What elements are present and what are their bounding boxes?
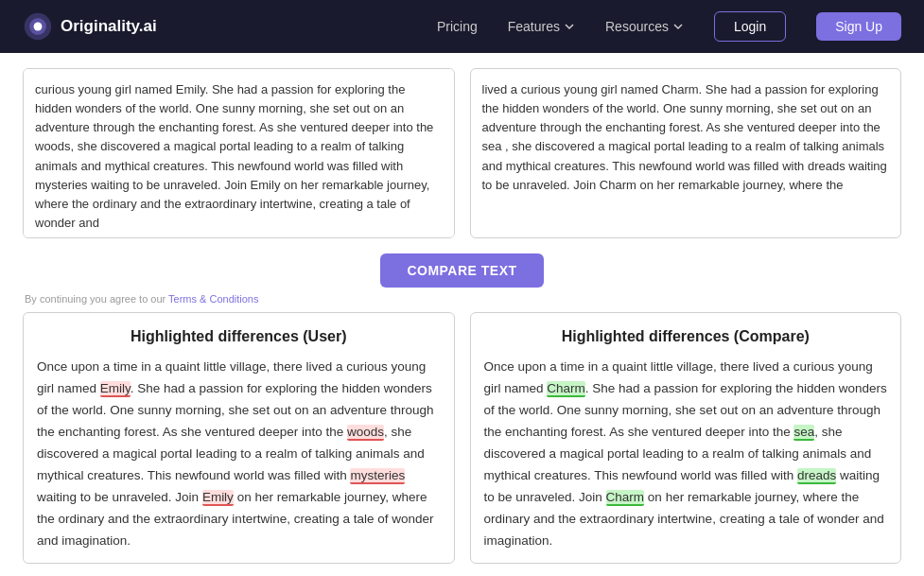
diff-text-right: Once upon a time in a quaint little vill…: [484, 357, 888, 551]
right-textarea[interactable]: [470, 68, 902, 238]
diff-panel-left: Highlighted differences (User) Once upon…: [23, 312, 455, 564]
diff-left-highlight-mysteries: mysteries: [350, 468, 405, 484]
left-textarea[interactable]: [23, 68, 455, 238]
main-content: COMPARE TEXT By continuing you agree to …: [0, 53, 924, 564]
terms-text: By continuing you agree to our Terms & C…: [25, 293, 258, 305]
brand-name: Originality.ai: [61, 17, 157, 36]
diff-right-highlight-sea: sea: [793, 425, 814, 441]
login-button[interactable]: Login: [714, 11, 786, 42]
brand-icon: [23, 11, 53, 42]
diff-left-highlight-emily-2: Emily: [202, 490, 234, 506]
compare-area: COMPARE TEXT By continuing you agree to …: [23, 253, 901, 305]
navbar: Originality.ai Pricing Features Resource…: [0, 0, 924, 53]
textareas-row: [23, 68, 901, 242]
diffs-row: Highlighted differences (User) Once upon…: [23, 312, 901, 564]
signup-button[interactable]: Sign Up: [816, 12, 901, 41]
diff-right-highlight-charm-1: Charm: [547, 381, 585, 397]
diff-title-left: Highlighted differences (User): [37, 328, 441, 345]
right-textarea-wrapper: [470, 68, 902, 242]
brand-logo[interactable]: Originality.ai: [23, 11, 157, 42]
diff-panel-right: Highlighted differences (Compare) Once u…: [470, 312, 902, 564]
resources-chevron-icon: [672, 21, 684, 32]
left-textarea-wrapper: [23, 68, 455, 242]
diff-right-highlight-dreads: dreads: [797, 468, 836, 484]
diff-left-highlight-emily-1: Emily: [100, 381, 131, 397]
diff-left-part-3: waiting to be unraveled. Join: [37, 490, 202, 504]
terms-link[interactable]: Terms & Conditions: [168, 293, 258, 305]
nav-resources[interactable]: Resources: [605, 19, 684, 34]
diff-right-highlight-charm-2: Charm: [606, 490, 645, 506]
svg-point-2: [34, 23, 43, 31]
compare-button[interactable]: COMPARE TEXT: [380, 253, 543, 288]
nav-pricing[interactable]: Pricing: [437, 19, 478, 34]
features-chevron-icon: [564, 21, 575, 32]
diff-text-left: Once upon a time in a quaint little vill…: [37, 357, 441, 551]
nav-features[interactable]: Features: [508, 19, 575, 34]
diff-left-highlight-woods: woods: [347, 425, 384, 441]
diff-title-right: Highlighted differences (Compare): [484, 328, 888, 345]
